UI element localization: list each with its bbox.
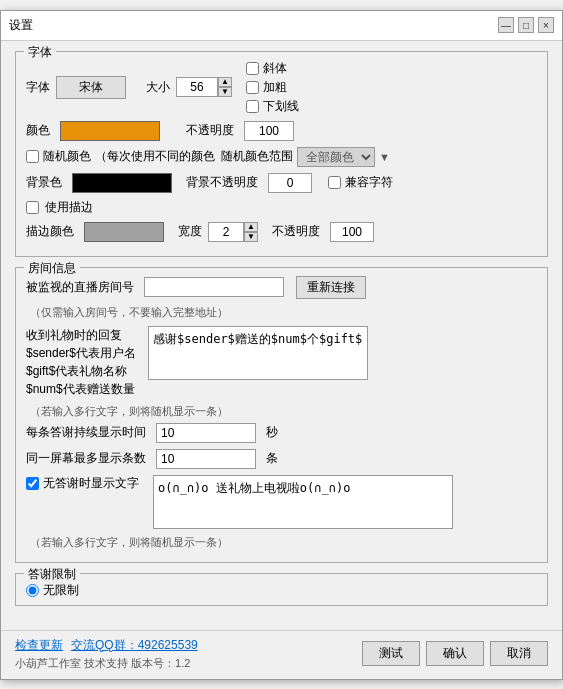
bold-label: 加粗 (263, 79, 287, 96)
no-thanks-checkbox[interactable] (26, 477, 39, 490)
border-color-picker[interactable] (84, 222, 164, 242)
bold-checkbox[interactable] (246, 81, 259, 94)
window-title: 设置 (9, 17, 498, 34)
color-picker[interactable] (60, 121, 160, 141)
confirm-button[interactable]: 确认 (426, 641, 484, 666)
room-group-label: 房间信息 (24, 260, 80, 277)
duration-input[interactable] (156, 423, 256, 443)
font-group: 字体 字体 宋体 大小 ▲ ▼ 斜体 (15, 51, 548, 257)
random-range-select[interactable]: 全部颜色 (297, 147, 375, 167)
border-color-label: 描边颜色 (26, 223, 74, 240)
border-width-input[interactable] (208, 222, 244, 242)
compat-checkbox-row: 兼容字符 (328, 174, 393, 191)
border-row: 使用描边 (26, 199, 537, 216)
max-display-input[interactable] (156, 449, 256, 469)
border-color-row: 描边颜色 宽度 ▲ ▼ 不透明度 (26, 222, 537, 242)
font-label: 字体 (26, 79, 50, 96)
test-button[interactable]: 测试 (362, 641, 420, 666)
opacity-input[interactable] (244, 121, 294, 141)
size-input[interactable] (176, 77, 218, 97)
random-range-label: 随机颜色范围 (221, 148, 293, 165)
max-display-row: 同一屏幕最多显示条数 条 (26, 449, 537, 469)
opacity-label: 不透明度 (186, 122, 234, 139)
border-opacity-label: 不透明度 (272, 223, 320, 240)
color-label: 颜色 (26, 122, 50, 139)
room-id-input[interactable] (144, 277, 284, 297)
bg-color-row: 背景色 背景不透明度 兼容字符 (26, 173, 537, 193)
footer-links: 检查更新 交流QQ群：492625539 (15, 637, 356, 654)
underline-label: 下划线 (263, 98, 299, 115)
size-up-button[interactable]: ▲ (218, 77, 232, 87)
font-group-label: 字体 (24, 44, 56, 61)
underline-checkbox[interactable] (246, 100, 259, 113)
room-hint: （仅需输入房间号，不要输入完整地址） (30, 305, 537, 320)
font-select-button[interactable]: 宋体 (56, 76, 126, 99)
duration-row: 每条答谢持续显示时间 秒 (26, 423, 537, 443)
duration-unit: 秒 (266, 424, 278, 441)
random-color-row: 随机颜色 （每次使用不同的颜色 随机颜色范围 全部颜色 ▼ (26, 147, 537, 167)
reply-label-line2: $sender$代表用户名 (26, 344, 136, 362)
limit-group-label: 答谢限制 (24, 566, 80, 583)
no-thanks-row: 无答谢时显示文字 (26, 475, 537, 529)
size-spinner: ▲ ▼ (176, 77, 232, 97)
max-display-label: 同一屏幕最多显示条数 (26, 450, 146, 467)
bg-opacity-input[interactable] (268, 173, 312, 193)
bg-color-picker[interactable] (72, 173, 172, 193)
reply-row: 收到礼物时的回复 $sender$代表用户名 $gift$代表礼物名称 $num… (26, 326, 537, 398)
font-row1: 字体 宋体 大小 ▲ ▼ 斜体 加 (26, 60, 537, 115)
border-width-spinner: ▲ ▼ (208, 222, 258, 242)
reply-labels: 收到礼物时的回复 $sender$代表用户名 $gift$代表礼物名称 $num… (26, 326, 136, 398)
random-color-label: 随机颜色 (43, 148, 91, 165)
footer: 检查更新 交流QQ群：492625539 小葫芦工作室 技术支持 版本号：1.2… (1, 630, 562, 679)
size-label: 大小 (146, 79, 170, 96)
compat-label: 兼容字符 (345, 174, 393, 191)
no-limit-radio-row: 无限制 (26, 582, 537, 599)
border-width-up-button[interactable]: ▲ (244, 222, 258, 232)
version-text: 小葫芦工作室 技术支持 版本号：1.2 (15, 656, 356, 671)
check-update-link[interactable]: 检查更新 (15, 637, 63, 654)
footer-left: 检查更新 交流QQ群：492625539 小葫芦工作室 技术支持 版本号：1.2 (15, 637, 356, 671)
border-width-label: 宽度 (178, 223, 202, 240)
no-limit-label: 无限制 (43, 582, 79, 599)
random-color-checkbox[interactable] (26, 150, 39, 163)
qq-group-link[interactable]: 交流QQ群：492625539 (71, 637, 198, 654)
settings-window: 设置 — □ × 字体 字体 宋体 大小 ▲ ▼ (0, 10, 563, 680)
footer-buttons: 测试 确认 取消 (362, 641, 548, 666)
room-group: 房间信息 被监视的直播房间号 重新连接 （仅需输入房间号，不要输入完整地址） 收… (15, 267, 548, 563)
reply-hint: （若输入多行文字，则将随机显示一条） (30, 404, 537, 419)
bg-color-label: 背景色 (26, 174, 62, 191)
room-id-label: 被监视的直播房间号 (26, 279, 134, 296)
no-thanks-label: 无答谢时显示文字 (43, 475, 139, 492)
border-checkbox-label: 使用描边 (45, 199, 93, 216)
no-thanks-checkbox-group: 无答谢时显示文字 (26, 475, 139, 492)
font-style-options: 斜体 加粗 下划线 (246, 60, 299, 115)
minimize-button[interactable]: — (498, 17, 514, 33)
reply-textarea[interactable] (148, 326, 368, 380)
border-checkbox[interactable] (26, 201, 39, 214)
reply-label-line3: $gift$代表礼物名称 (26, 362, 136, 380)
underline-checkbox-row: 下划线 (246, 98, 299, 115)
bold-checkbox-row: 加粗 (246, 79, 299, 96)
border-opacity-input[interactable] (330, 222, 374, 242)
size-spinner-buttons: ▲ ▼ (218, 77, 232, 97)
border-width-spinner-buttons: ▲ ▼ (244, 222, 258, 242)
no-thanks-hint: （若输入多行文字，则将随机显示一条） (30, 535, 537, 550)
color-row: 颜色 不透明度 (26, 121, 537, 141)
window-controls: — □ × (498, 17, 554, 33)
close-button[interactable]: × (538, 17, 554, 33)
limit-group: 答谢限制 无限制 (15, 573, 548, 606)
reply-label-line1: 收到礼物时的回复 (26, 326, 136, 344)
compat-checkbox[interactable] (328, 176, 341, 189)
maximize-button[interactable]: □ (518, 17, 534, 33)
size-down-button[interactable]: ▼ (218, 87, 232, 97)
no-limit-radio[interactable] (26, 584, 39, 597)
reconnect-button[interactable]: 重新连接 (296, 276, 366, 299)
italic-checkbox[interactable] (246, 62, 259, 75)
border-width-down-button[interactable]: ▼ (244, 232, 258, 242)
max-display-unit: 条 (266, 450, 278, 467)
random-color-desc: （每次使用不同的颜色 (95, 148, 215, 165)
cancel-button[interactable]: 取消 (490, 641, 548, 666)
no-thanks-textarea[interactable] (153, 475, 453, 529)
italic-checkbox-row: 斜体 (246, 60, 299, 77)
duration-label: 每条答谢持续显示时间 (26, 424, 146, 441)
